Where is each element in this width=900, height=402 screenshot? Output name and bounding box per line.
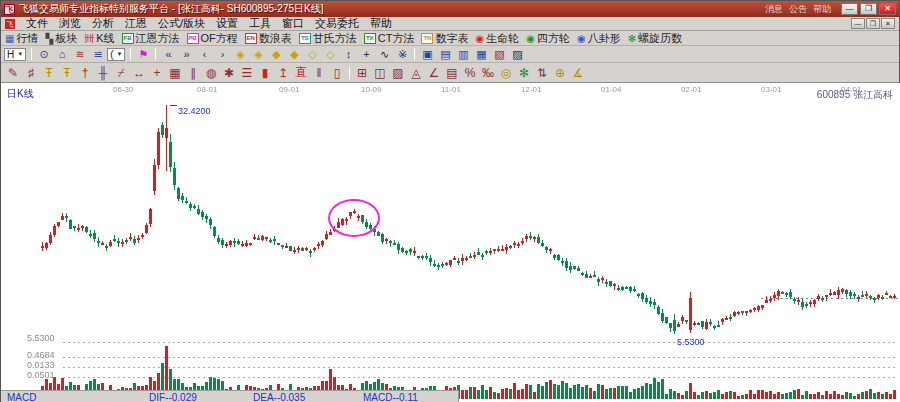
toolbar-button-of-equation[interactable]: PBOF方程 [187, 31, 238, 46]
marker-icon[interactable]: ※ [393, 47, 411, 62]
flag-icon[interactable]: ⚑ [134, 47, 152, 62]
text-label-icon[interactable]: 直 [292, 64, 310, 81]
menubar: 飞 文件浏览分析江恩公式/版块设置工具窗口交易委托帮助 —❐✕ [1, 17, 899, 31]
menu-item-6[interactable]: 工具 [249, 17, 271, 30]
toolbar-button-quotes[interactable]: ▦行情 [5, 31, 38, 46]
gann-grid-icon[interactable]: ▦ [166, 64, 184, 81]
first-page-icon[interactable]: « [159, 47, 177, 62]
layout-rows-icon[interactable]: ▤ [436, 47, 454, 62]
parallel-lines-icon[interactable]: ∥ [184, 64, 202, 81]
period-combo[interactable]: H▼ [4, 48, 26, 61]
menu-item-0[interactable]: 文件 [26, 17, 48, 30]
menu-item-5[interactable]: 设置 [216, 17, 238, 30]
target-icon[interactable]: ⊕ [551, 64, 569, 81]
prev-bar-icon[interactable]: ‹ [195, 47, 213, 62]
permille-icon[interactable]: ‰ [479, 64, 497, 81]
expand-icon[interactable]: ◈ [249, 47, 267, 62]
toolbar-main: ▦行情▚板块卌K线FB江恩方法PBOF方程EN数浪表TS甘氏方法TXCT方法TN… [1, 31, 899, 46]
titlebar-link-2[interactable]: 帮助 [813, 3, 831, 16]
titlebar-link-0[interactable]: 消息 [765, 3, 783, 16]
mdi-button-1[interactable]: ❐ [866, 18, 880, 29]
gann-flag-down-icon[interactable]: Ŧ [40, 64, 58, 81]
layout-cols-icon[interactable]: ▥ [454, 47, 472, 62]
toolbar-button-bagua-wheel[interactable]: ◉八卦形 [577, 31, 621, 46]
wave-icon[interactable]: ∿ [375, 47, 393, 62]
cycle-circle-icon[interactable]: ◎ [497, 64, 515, 81]
pencil-icon[interactable]: ✎ [4, 64, 22, 81]
square-grid-icon[interactable]: ⊞ [353, 64, 371, 81]
triangle-icon[interactable]: ◬ [407, 64, 425, 81]
bagua-wheel-icon: ◉ [577, 33, 586, 44]
layout-grid-icon[interactable]: ▦ [472, 47, 490, 62]
grid-lines-icon[interactable]: ♯ [22, 64, 40, 81]
close-button[interactable]: ✕ [879, 3, 896, 15]
hatch-box-icon[interactable]: ▨ [389, 64, 407, 81]
percent-icon[interactable]: % [461, 64, 479, 81]
toolbar-button-square-wheel[interactable]: ◉四方轮 [526, 31, 570, 46]
arrow-up-icon[interactable]: ↥ [274, 64, 292, 81]
overlay-icon[interactable]: ≋ [71, 47, 89, 62]
toolbar-button-number-table[interactable]: TN数字表 [421, 31, 468, 46]
layout-mixed-icon[interactable]: ▧ [490, 47, 508, 62]
gann-flag-up-icon[interactable]: Ŧ [58, 64, 76, 81]
toolbar-button-kline[interactable]: 卌K线 [84, 31, 114, 46]
gann-fan-method-icon: TS [299, 33, 311, 44]
minimize-button[interactable]: — [841, 3, 858, 15]
gann-fan-icon[interactable]: ✱ [220, 64, 238, 81]
menu-item-9[interactable]: 帮助 [370, 17, 392, 30]
horizontal-line-icon[interactable]: ↔ [130, 64, 148, 81]
updown-icon[interactable]: ⇅ [533, 64, 551, 81]
cross-icon[interactable]: + [148, 64, 166, 81]
band-icon[interactable]: ▤ [443, 64, 461, 81]
layout-custom-icon[interactable]: ▨ [508, 47, 526, 62]
cross-line-icon[interactable]: † [76, 64, 94, 81]
box-icon[interactable]: ▯ [328, 64, 346, 81]
measure-angle-icon[interactable]: ∡ [569, 64, 587, 81]
menu-item-2[interactable]: 分析 [92, 17, 114, 30]
kline-chart-canvas[interactable] [1, 83, 900, 402]
mdi-button-2[interactable]: ✕ [881, 18, 895, 29]
scale-icon[interactable]: ↕ [339, 47, 357, 62]
crosshair-icon[interactable]: + [357, 47, 375, 62]
menu-item-3[interactable]: 江恩 [125, 17, 147, 30]
layout-single-icon[interactable]: ▣ [418, 47, 436, 62]
last-page-icon[interactable]: » [177, 47, 195, 62]
toolbar-button-spiral-calendar[interactable]: ✻螺旋历数 [628, 31, 682, 46]
channel-icon[interactable]: ╫ [94, 64, 112, 81]
spiral-icon[interactable]: ✻ [515, 64, 533, 81]
menu-item-1[interactable]: 浏览 [59, 17, 81, 30]
zoom-out-icon[interactable]: ◆ [267, 47, 285, 62]
compress-icon[interactable]: ◈ [231, 47, 249, 62]
fit-height-icon[interactable]: ◇ [321, 47, 339, 62]
next-bar-icon[interactable]: › [213, 47, 231, 62]
split-box-icon[interactable]: ◫ [371, 64, 389, 81]
home-icon[interactable]: ⌂ [53, 47, 71, 62]
fit-width-icon[interactable]: ◇ [303, 47, 321, 62]
vertical-bar-icon[interactable]: ▮ [256, 64, 274, 81]
toolbar-button-life-wheel[interactable]: ◉生命轮 [475, 31, 519, 46]
zoom-area-icon[interactable]: ⊙ [35, 47, 53, 62]
toolbar-button-gann-fan-method[interactable]: TS甘氏方法 [299, 31, 357, 46]
zoom-in-icon[interactable]: ◆ [285, 47, 303, 62]
toolbar-separator [130, 48, 131, 60]
menu-item-7[interactable]: 窗口 [282, 17, 304, 30]
quotes-label: 行情 [16, 31, 38, 46]
titlebar-link-1[interactable]: 公告 [789, 3, 807, 16]
trend-line-icon[interactable]: ⌿ [112, 64, 130, 81]
toolbar-button-wave-table[interactable]: EN数浪表 [245, 31, 292, 46]
toolbar-button-ct-method[interactable]: TXCT方法 [364, 31, 415, 46]
window-controls: — ❐ ✕ [841, 3, 896, 15]
restore-button[interactable]: ❐ [860, 3, 877, 15]
gann-circle-icon[interactable]: ◍ [202, 64, 220, 81]
bracket-combo[interactable]: (▼ [107, 48, 125, 61]
toolbar-button-gann-method[interactable]: FB江恩方法 [122, 31, 180, 46]
menu-item-8[interactable]: 交易委托 [315, 17, 359, 30]
toolbar-separator [31, 48, 32, 60]
toolbar-button-sectors[interactable]: ▚板块 [45, 31, 77, 46]
compare-icon[interactable]: ≌ [89, 47, 107, 62]
fibonacci-lines-icon[interactable]: ☰ [238, 64, 256, 81]
angle-icon[interactable]: ∠ [425, 64, 443, 81]
double-line-icon[interactable]: ‖ [310, 64, 328, 81]
menu-item-4[interactable]: 公式/版块 [158, 17, 205, 30]
mdi-button-0[interactable]: — [851, 18, 865, 29]
